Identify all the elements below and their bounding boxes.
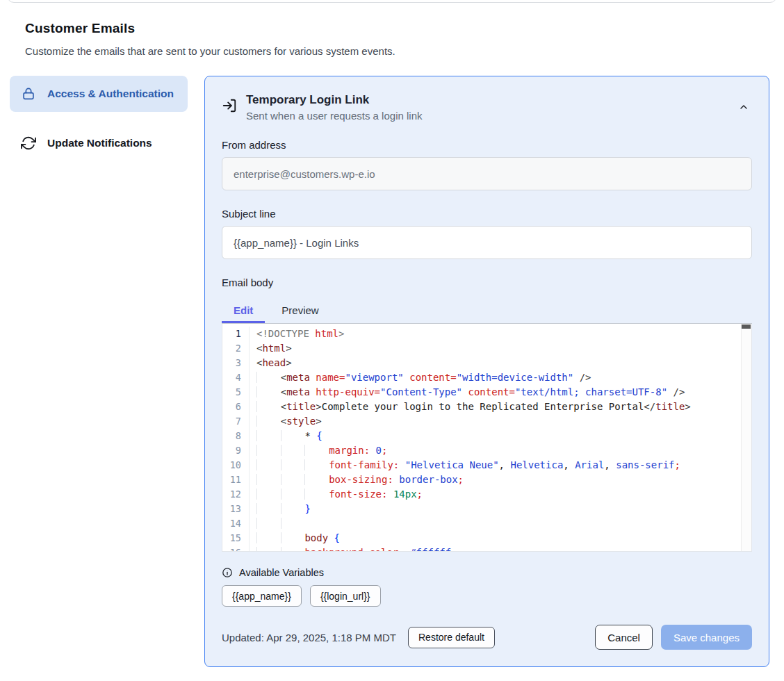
chevron-up-icon bbox=[738, 101, 749, 113]
email-body-label: Email body bbox=[222, 277, 752, 288]
save-changes-button[interactable]: Save changes bbox=[661, 625, 752, 650]
line-number: 8 bbox=[222, 429, 250, 443]
line-number: 11 bbox=[222, 473, 250, 487]
code-line: 8 * { bbox=[222, 429, 751, 443]
code-line: 5 <meta http-equiv="Content-Type" conten… bbox=[222, 385, 751, 400]
page-header: Customer Emails Customize the emails tha… bbox=[0, 0, 784, 57]
collapse-panel-button[interactable] bbox=[735, 99, 752, 115]
line-number: 13 bbox=[222, 502, 250, 516]
code-line: 2<html> bbox=[222, 341, 751, 356]
code-line: 4 <meta name="viewport" content="width=d… bbox=[222, 370, 751, 385]
subject-line-label: Subject line bbox=[222, 208, 752, 220]
code-line: 12 font-size: 14px; bbox=[222, 487, 751, 502]
restore-default-button[interactable]: Restore default bbox=[408, 627, 495, 648]
tab-edit[interactable]: Edit bbox=[222, 297, 265, 323]
from-address-label: From address bbox=[222, 139, 752, 151]
line-number: 12 bbox=[222, 487, 250, 502]
line-number: 3 bbox=[222, 356, 250, 370]
line-number: 16 bbox=[222, 545, 250, 552]
line-number: 5 bbox=[222, 385, 250, 400]
previous-card-bottom-edge bbox=[7, 0, 777, 3]
line-number: 14 bbox=[222, 516, 250, 531]
variable-chip-app-name[interactable]: {{app_name}} bbox=[222, 585, 302, 607]
variable-chip-login-url[interactable]: {{login_url}} bbox=[310, 585, 381, 607]
scrollbar-thumb[interactable] bbox=[742, 325, 751, 329]
sidebar-item-label: Update Notifications bbox=[47, 135, 152, 151]
cancel-button[interactable]: Cancel bbox=[595, 625, 653, 650]
panel-title-block: Temporary Login Link Sent when a user re… bbox=[246, 93, 422, 122]
code-line: 11 box-sizing: border-box; bbox=[222, 473, 751, 487]
line-number: 15 bbox=[222, 531, 250, 545]
code-line: 9 margin: 0; bbox=[222, 443, 751, 458]
line-number: 9 bbox=[222, 443, 250, 458]
line-number: 4 bbox=[222, 370, 250, 385]
sidebar-item-access-authentication[interactable]: Access & Authentication bbox=[10, 76, 188, 112]
available-variables-label: Available Variables bbox=[239, 567, 324, 578]
code-line: 1<!DOCTYPE html> bbox=[222, 327, 751, 341]
line-number: 10 bbox=[222, 458, 250, 473]
email-body-tabbar: Edit Preview bbox=[222, 297, 752, 324]
code-lines: 1<!DOCTYPE html>2<html>3<head>4 <meta na… bbox=[222, 324, 751, 552]
code-line: 16 background-color: #ffffff; bbox=[222, 545, 751, 552]
code-line: 10 font-family: "Helvetica Neue", Helvet… bbox=[222, 458, 751, 473]
code-line: 7 <style> bbox=[222, 414, 751, 429]
page-subtitle: Customize the emails that are sent to yo… bbox=[25, 45, 784, 57]
line-number: 1 bbox=[222, 327, 250, 341]
code-line: 15 body { bbox=[222, 531, 751, 545]
login-icon bbox=[222, 98, 237, 113]
sidebar-item-label: Access & Authentication bbox=[47, 85, 174, 102]
from-address-input[interactable] bbox=[222, 157, 752, 190]
panel-subtitle: Sent when a user requests a login link bbox=[246, 110, 422, 122]
panel-title: Temporary Login Link bbox=[246, 93, 422, 107]
line-number: 7 bbox=[222, 414, 250, 429]
email-body-code-editor[interactable]: 1<!DOCTYPE html>2<html>3<head>4 <meta na… bbox=[222, 324, 752, 552]
line-number: 2 bbox=[222, 341, 250, 356]
subject-line-input[interactable] bbox=[222, 226, 752, 259]
temporary-login-link-panel: Temporary Login Link Sent when a user re… bbox=[204, 76, 769, 667]
updated-timestamp: Updated: Apr 29, 2025, 1:18 PM MDT bbox=[222, 632, 396, 643]
tab-preview[interactable]: Preview bbox=[270, 297, 330, 323]
code-line: 6 <title>Complete your login to the Repl… bbox=[222, 400, 751, 414]
code-line: 3<head> bbox=[222, 356, 751, 370]
refresh-icon bbox=[21, 136, 36, 151]
code-line: 14 bbox=[222, 516, 751, 531]
info-icon bbox=[222, 567, 233, 578]
sidebar-item-update-notifications[interactable]: Update Notifications bbox=[10, 125, 188, 161]
lock-icon bbox=[21, 86, 36, 101]
variable-chips: {{app_name}} {{login_url}} bbox=[222, 585, 752, 607]
code-line: 13 } bbox=[222, 502, 751, 516]
line-number: 6 bbox=[222, 400, 250, 414]
email-types-sidebar: Access & Authentication Update Notificat… bbox=[10, 76, 188, 161]
editor-vertical-scrollbar[interactable] bbox=[741, 324, 751, 551]
page-title: Customer Emails bbox=[25, 21, 784, 36]
